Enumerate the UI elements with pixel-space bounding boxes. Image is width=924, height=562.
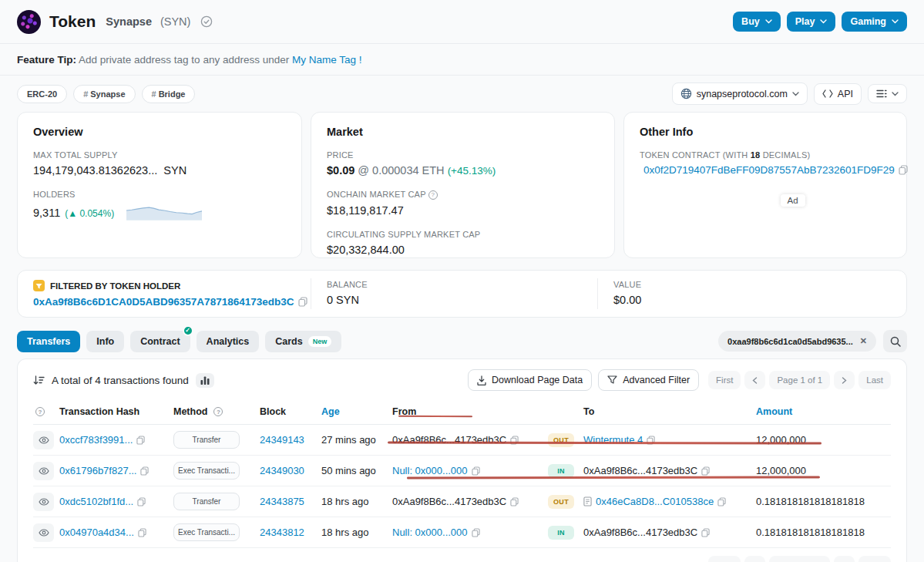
copy-icon[interactable] — [510, 497, 519, 506]
age-value: 18 hrs ago — [321, 496, 392, 507]
eye-icon[interactable] — [33, 431, 54, 449]
tx-hash-link[interactable]: 0x61796b7f827... — [59, 465, 136, 476]
table-row: 0xccf783f3991... Transfer 24349143 27 mi… — [33, 425, 891, 456]
from-address-link[interactable]: Null: 0x000...000 — [392, 465, 468, 476]
feature-tip-text: Add private address tag to any address u… — [79, 54, 289, 66]
table-row: 0x04970a4d34... Exec Transacti... 243438… — [33, 517, 891, 548]
copy-icon[interactable] — [140, 466, 149, 476]
copy-contract-address-button[interactable] — [899, 165, 908, 175]
balance-value: 0 SYN — [327, 294, 582, 306]
clear-filter-icon[interactable]: ✕ — [860, 336, 867, 346]
block-link[interactable]: 24349143 — [260, 434, 304, 446]
col-amount[interactable]: Amount — [756, 406, 891, 417]
chevron-left-icon — [752, 377, 758, 384]
eye-icon[interactable] — [33, 462, 54, 480]
gaming-button[interactable]: Gaming — [842, 12, 907, 32]
tx-hash-link[interactable]: 0xdc5102bf1fd... — [59, 496, 133, 507]
copy-icon[interactable] — [717, 497, 726, 506]
next-page-button[interactable] — [834, 371, 855, 389]
max-supply-label: MAX TOTAL SUPPLY — [33, 150, 286, 160]
copy-icon[interactable] — [472, 528, 480, 537]
download-page-data-button[interactable]: Download Page Data — [468, 369, 592, 391]
eye-icon[interactable] — [33, 523, 54, 542]
to-address-link[interactable]: 0x46eCa8D8...C010538ce — [596, 496, 714, 507]
holder-filter-chip[interactable]: 0xaa9f8b6c6d1ca0d5abd9635... ✕ — [718, 331, 876, 352]
block-link[interactable]: 24343875 — [260, 496, 304, 507]
tag-erc20[interactable]: ERC-20 — [17, 85, 67, 103]
copy-holder-address-button[interactable] — [298, 297, 307, 307]
api-button[interactable]: API — [814, 83, 862, 105]
entity-type-label: Token — [49, 12, 96, 31]
search-button[interactable] — [883, 330, 907, 352]
block-link[interactable]: 24349030 — [260, 465, 304, 476]
chart-view-button[interactable] — [196, 373, 214, 388]
holders-change: (▲ 0.054%) — [65, 208, 114, 219]
filtered-holder-address-link[interactable]: 0xAa9f8B6c6D1CA0D5ABD96357A7871864173edb… — [33, 296, 294, 308]
amount-value: 12,000,000 — [756, 465, 891, 476]
prev-page-button[interactable] — [744, 556, 765, 562]
tab-cards[interactable]: Cards New — [265, 331, 341, 352]
balance-label: BALANCE — [327, 280, 582, 289]
filter-icon — [33, 280, 45, 291]
first-page-button[interactable]: First — [708, 556, 741, 562]
prev-page-button[interactable] — [744, 371, 765, 389]
block-link[interactable]: 24343812 — [260, 527, 304, 538]
feature-tip-bar: Feature Tip: Add private address tag to … — [0, 44, 924, 76]
table-header-row: ? Transaction Hash Method? Block Age Fro… — [33, 399, 891, 425]
copy-icon[interactable] — [137, 497, 146, 506]
tab-contract[interactable]: Contract ✓ — [130, 331, 190, 352]
tag-bridge[interactable]: #Bridge — [142, 85, 196, 103]
holders-count: 9,311 — [33, 207, 60, 219]
overview-title: Overview — [33, 126, 286, 138]
price-label: PRICE — [327, 150, 599, 160]
tab-info[interactable]: Info — [86, 331, 124, 352]
copy-icon[interactable] — [701, 466, 710, 476]
token-symbol: (SYN) — [160, 15, 190, 28]
tab-analytics[interactable]: Analytics — [197, 331, 260, 352]
tx-hash-link[interactable]: 0xccf783f3991... — [59, 434, 133, 446]
copy-icon[interactable] — [472, 466, 480, 476]
info-cards: Overview MAX TOTAL SUPPLY 194,179,043.81… — [0, 109, 924, 258]
circ-cap-value: $20,332,844.00 — [327, 244, 599, 256]
buy-button[interactable]: Buy — [733, 12, 781, 32]
copy-icon[interactable] — [138, 528, 146, 537]
help-icon[interactable]: ? — [428, 190, 438, 200]
first-page-button[interactable]: First — [708, 371, 741, 389]
direction-badge: OUT — [548, 495, 574, 509]
copy-icon[interactable] — [701, 528, 710, 537]
eye-icon[interactable] — [33, 493, 54, 511]
col-age[interactable]: Age — [321, 406, 392, 417]
from-address-link[interactable]: Null: 0x000...000 — [392, 527, 468, 538]
chevron-down-icon — [892, 19, 899, 24]
contract-file-icon — [583, 496, 592, 506]
header-actions: Buy Play Gaming — [733, 12, 907, 32]
header-help-icon[interactable]: ? — [35, 407, 45, 416]
tag-synapse[interactable]: #Synapse — [73, 85, 135, 103]
amount-value: 0.181818181818181818 — [756, 496, 891, 507]
more-options-dropdown[interactable] — [868, 84, 907, 103]
next-page-button[interactable] — [834, 556, 855, 562]
method-help-icon[interactable]: ? — [213, 407, 223, 416]
tab-transfers[interactable]: Transfers — [17, 331, 80, 352]
advanced-filter-button[interactable]: Advanced Filter — [598, 369, 699, 391]
play-button[interactable]: Play — [787, 12, 836, 32]
holders-label: HOLDERS — [33, 190, 286, 199]
price-change: (+45.13%) — [448, 165, 496, 177]
token-contract-address-link[interactable]: 0x0f2D719407FdBeFF09D87557AbB7232601FD9F… — [643, 164, 895, 176]
overview-card: Overview MAX TOTAL SUPPLY 194,179,043.81… — [17, 112, 302, 258]
last-page-button[interactable]: Last — [858, 371, 891, 389]
search-icon — [890, 336, 901, 347]
from-address: 0xAa9f8B6c...4173edb3C — [392, 496, 506, 507]
tx-hash-link[interactable]: 0x04970a4d34... — [59, 527, 134, 538]
copy-icon[interactable] — [136, 436, 145, 445]
method-badge: Exec Transacti... — [173, 523, 240, 541]
method-badge: Transfer — [173, 493, 240, 510]
chevron-down-icon — [765, 19, 772, 24]
website-dropdown[interactable]: synapseprotocol.com — [672, 82, 808, 105]
tabs-row: Transfers Info Contract ✓ Analytics Card… — [17, 330, 907, 352]
token-brand: Token Synapse (SYN) — [17, 10, 213, 34]
last-page-button[interactable]: Last — [858, 556, 891, 562]
filtered-by-card: FILTERED BY TOKEN HOLDER 0xAa9f8B6c6D1CA… — [17, 270, 907, 318]
token-name: Synapse — [106, 15, 152, 28]
my-name-tag-link[interactable]: My Name Tag ! — [292, 54, 362, 66]
